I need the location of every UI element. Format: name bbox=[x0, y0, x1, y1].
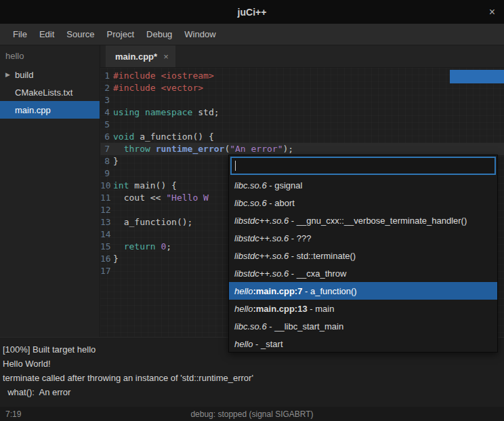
debug-status: debug: stopped (signal SIGABRT) bbox=[0, 409, 504, 419]
line-number: 16 bbox=[100, 253, 113, 265]
frame-library: libstdc++.so.6 bbox=[234, 268, 289, 279]
code-line-4: 4using namespace std; bbox=[100, 106, 504, 119]
file-tree: ▶buildCMakeLists.txtmain.cpp bbox=[0, 66, 100, 119]
console-line-2: terminate called after throwing an insta… bbox=[3, 371, 501, 385]
stacktrace-row-0[interactable]: libc.so.6 - gsignal bbox=[229, 176, 497, 194]
code-text: void a_function() { bbox=[113, 131, 214, 143]
menu-window[interactable]: Window bbox=[178, 24, 222, 45]
line-number: 3 bbox=[100, 94, 113, 106]
frame-function: - a_function() bbox=[302, 286, 356, 296]
line-number: 2 bbox=[100, 82, 113, 94]
sidebar-item-label: build bbox=[15, 70, 33, 80]
sidebar-item-cmakelists-txt[interactable]: CMakeLists.txt bbox=[0, 83, 100, 101]
frame-library: libstdc++.so.6 bbox=[234, 251, 289, 261]
menu-edit[interactable]: Edit bbox=[33, 24, 60, 45]
frame-location: :main.cpp:13 bbox=[253, 304, 307, 314]
tab-main-cpp[interactable]: main.cpp* × bbox=[106, 45, 175, 67]
frame-function: - gsignal bbox=[267, 180, 303, 191]
frame-library: hello bbox=[234, 286, 253, 296]
frame-library: libc.so.6 bbox=[234, 198, 267, 208]
code-line-6: 6void a_function() { bbox=[100, 131, 504, 143]
menu-bar: FileEditSourceProjectDebugWindow bbox=[0, 24, 504, 45]
frame-library: hello bbox=[234, 304, 253, 314]
console-line-1: Hello World! bbox=[3, 357, 501, 371]
frame-function: - __cxa_throw bbox=[289, 268, 346, 279]
code-text: cout << "Hello W bbox=[113, 192, 209, 204]
sidebar-item-build[interactable]: ▶build bbox=[0, 66, 100, 83]
file-tree-sidebar: hello ▶buildCMakeLists.txtmain.cpp bbox=[0, 45, 100, 337]
frame-function: - __gnu_cxx::__verbose_terminate_handler… bbox=[289, 216, 467, 226]
code-text: #include <vector> bbox=[113, 82, 203, 94]
stacktrace-row-2[interactable]: libstdc++.so.6 - __gnu_cxx::__verbose_te… bbox=[229, 212, 497, 229]
code-line-5: 5 bbox=[100, 119, 504, 131]
tab-bar: main.cpp* × bbox=[100, 45, 504, 68]
stacktrace-row-1[interactable]: libc.so.6 - abort bbox=[229, 194, 497, 212]
line-number: 8 bbox=[100, 155, 113, 167]
line-number: 1 bbox=[100, 70, 113, 82]
line-number: 17 bbox=[100, 265, 113, 277]
frame-function: - __libc_start_main bbox=[267, 321, 343, 332]
window-title: juCi++ bbox=[238, 7, 267, 18]
code-text: int main() { bbox=[113, 180, 177, 192]
line-number: 10 bbox=[100, 180, 113, 192]
code-text: using namespace std; bbox=[113, 106, 219, 119]
code-text: #include <iostream> bbox=[113, 70, 214, 82]
menu-debug[interactable]: Debug bbox=[140, 24, 178, 45]
stacktrace-row-3[interactable]: libstdc++.so.6 - ??? bbox=[229, 229, 497, 247]
frame-location: :main.cpp:7 bbox=[253, 286, 302, 296]
tab-close-icon[interactable]: × bbox=[163, 52, 169, 62]
popup-search-input[interactable] bbox=[230, 157, 496, 175]
line-number: 12 bbox=[100, 204, 113, 216]
code-line-2: 2#include <vector> bbox=[100, 82, 504, 94]
sidebar-item-label: CMakeLists.txt bbox=[15, 87, 72, 98]
frame-function: - abort bbox=[267, 198, 295, 208]
frame-library: libstdc++.so.6 bbox=[234, 233, 289, 243]
stacktrace-row-9[interactable]: hello - _start bbox=[229, 335, 497, 353]
line-number: 11 bbox=[100, 192, 113, 204]
frame-library: libstdc++.so.6 bbox=[234, 216, 289, 226]
stacktrace-row-6[interactable]: hello:main.cpp:7 - a_function() bbox=[229, 282, 497, 300]
menu-project[interactable]: Project bbox=[101, 24, 140, 45]
stacktrace-list: libc.so.6 - gsignallibc.so.6 - abortlibs… bbox=[229, 176, 497, 353]
text-caret bbox=[235, 161, 236, 171]
expander-icon[interactable]: ▶ bbox=[5, 71, 10, 78]
stacktrace-row-4[interactable]: libstdc++.so.6 - std::terminate() bbox=[229, 247, 497, 264]
frame-library: libc.so.6 bbox=[234, 180, 267, 191]
line-number: 7 bbox=[100, 143, 113, 155]
frame-library: hello bbox=[234, 339, 253, 349]
cursor-position: 7:19 bbox=[0, 409, 21, 419]
code-line-7: 7 throw runtime_error("An error"); bbox=[100, 143, 504, 155]
project-name: hello bbox=[0, 45, 100, 66]
sidebar-item-label: main.cpp bbox=[15, 105, 51, 115]
frame-library: libc.so.6 bbox=[234, 321, 267, 332]
code-text: } bbox=[113, 253, 119, 265]
tab-label: main.cpp* bbox=[115, 52, 157, 62]
menu-file[interactable]: File bbox=[7, 24, 33, 45]
line-number: 15 bbox=[100, 241, 113, 253]
code-text: throw runtime_error("An error"); bbox=[113, 143, 293, 155]
stacktrace-row-8[interactable]: libc.so.6 - __libc_start_main bbox=[229, 317, 497, 335]
code-text: } bbox=[113, 155, 119, 167]
code-line-3: 3 bbox=[100, 94, 504, 106]
stacktrace-row-7[interactable]: hello:main.cpp:13 - main bbox=[229, 300, 497, 317]
code-text: return 0; bbox=[113, 241, 171, 253]
line-number: 13 bbox=[100, 216, 113, 228]
line-number: 9 bbox=[100, 167, 113, 180]
console-line-3: what(): An error bbox=[3, 385, 501, 399]
frame-function: - std::terminate() bbox=[289, 251, 356, 261]
code-text: a_function(); bbox=[113, 216, 192, 228]
line-number: 4 bbox=[100, 106, 113, 119]
line-number: 14 bbox=[100, 228, 113, 241]
status-bar: 7:19 debug: stopped (signal SIGABRT) bbox=[0, 407, 504, 421]
sidebar-item-main-cpp[interactable]: main.cpp bbox=[0, 101, 100, 119]
stacktrace-row-5[interactable]: libstdc++.so.6 - __cxa_throw bbox=[229, 264, 497, 282]
line-number: 6 bbox=[100, 131, 113, 143]
scrollbar-thumb[interactable] bbox=[450, 70, 504, 83]
frame-function: - ??? bbox=[289, 233, 311, 243]
close-icon[interactable]: × bbox=[489, 6, 495, 18]
code-line-1: 1#include <iostream> bbox=[100, 70, 504, 82]
titlebar[interactable]: juCi++ × bbox=[0, 0, 504, 24]
app-window: juCi++ × FileEditSourceProjectDebugWindo… bbox=[0, 0, 504, 421]
menu-source[interactable]: Source bbox=[60, 24, 100, 45]
frame-function: - _start bbox=[253, 339, 282, 349]
